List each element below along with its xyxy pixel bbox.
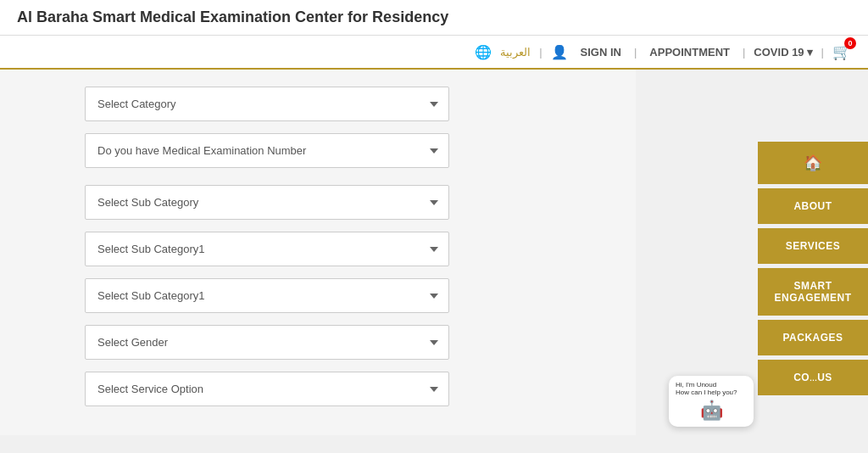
- chatbot-robot-icon: 🤖: [676, 400, 747, 422]
- nav-divider-2: |: [634, 46, 637, 59]
- select-sub-category1b[interactable]: Select Sub Category1: [85, 278, 449, 313]
- chatbot-greeting: Hi, I'm Unoud How can I help you?: [676, 381, 747, 396]
- packages-sidebar-button[interactable]: PACKAGES: [758, 320, 868, 355]
- services-sidebar-button[interactable]: SERVICES: [758, 228, 868, 264]
- about-sidebar-button[interactable]: ABOUT: [758, 188, 868, 224]
- header-nav: 🌐 العربية | 👤 SIGN IN | APPOINTMENT | CO…: [0, 36, 868, 70]
- form-group-sub-category1a: Select Sub Category1: [85, 232, 568, 266]
- appointment-link[interactable]: APPOINTMENT: [645, 46, 734, 59]
- form-group-sub-category: Select Sub Category: [85, 185, 568, 220]
- smart-engagement-sidebar-button[interactable]: SMARTENGAGEMENT: [758, 268, 868, 316]
- site-title: Al Baraha Smart Medical Examination Cent…: [17, 8, 448, 26]
- header-top: Al Baraha Smart Medical Examination Cent…: [0, 0, 868, 36]
- form-group-gender: Select Gender: [85, 325, 568, 360]
- covid-label: COVID 19: [754, 46, 804, 59]
- arabic-link[interactable]: العربية: [500, 46, 531, 59]
- home-sidebar-button[interactable]: 🏠: [758, 142, 868, 184]
- main-content: Select Category Do you have Medical Exam…: [0, 70, 636, 435]
- form-group-category: Select Category: [85, 87, 568, 121]
- nav-divider-4: |: [821, 46, 824, 59]
- sign-in-link[interactable]: SIGN IN: [576, 46, 626, 59]
- person-icon: 👤: [551, 44, 568, 60]
- select-gender[interactable]: Select Gender: [85, 325, 449, 360]
- select-category[interactable]: Select Category: [85, 87, 449, 121]
- form-group-service-option: Select Service Option: [85, 372, 568, 406]
- select-sub-category1a[interactable]: Select Sub Category1: [85, 232, 449, 266]
- select-medical-examination-number[interactable]: Do you have Medical Examination Number: [85, 133, 449, 168]
- nav-divider-3: |: [743, 46, 745, 59]
- nav-divider-1: |: [539, 46, 542, 59]
- chevron-down-icon: ▾: [807, 46, 813, 59]
- globe-icon: 🌐: [475, 44, 492, 60]
- select-service-option[interactable]: Select Service Option: [85, 372, 449, 406]
- chatbot-widget[interactable]: Hi, I'm Unoud How can I help you? 🤖: [669, 376, 754, 427]
- sidebar-right: 🏠 ABOUT SERVICES SMARTENGAGEMENT PACKAGE…: [758, 133, 868, 395]
- select-sub-category[interactable]: Select Sub Category: [85, 185, 449, 220]
- contact-us-sidebar-button[interactable]: CO...US: [758, 360, 868, 395]
- cart-badge: 0: [844, 37, 856, 49]
- form-group-sub-category1b: Select Sub Category1: [85, 278, 568, 313]
- cart-wrapper[interactable]: 🛒 0: [832, 42, 851, 61]
- form-group-medical-number: Do you have Medical Examination Number: [85, 133, 568, 168]
- covid-button[interactable]: COVID 19 ▾: [754, 46, 812, 59]
